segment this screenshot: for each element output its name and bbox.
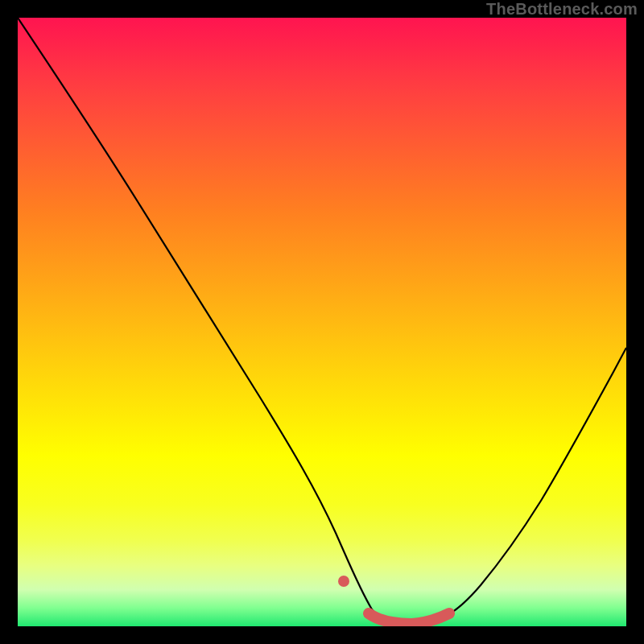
chart-svg xyxy=(18,18,626,626)
bottleneck-curve-line xyxy=(18,18,626,623)
marker-left-dot xyxy=(338,576,349,587)
marker-trough-segment xyxy=(369,613,449,624)
chart-container xyxy=(18,18,626,626)
watermark-text: TheBottleneck.com xyxy=(486,0,638,19)
